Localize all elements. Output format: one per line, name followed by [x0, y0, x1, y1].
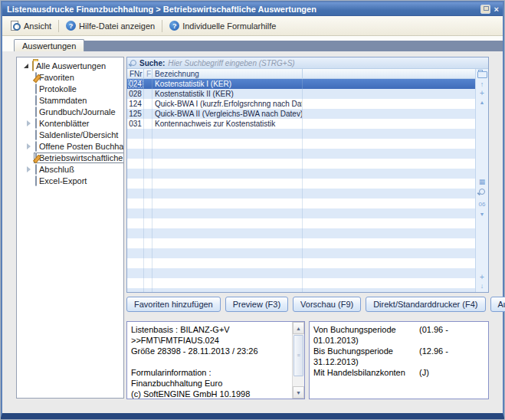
- zoom-level-icon[interactable]: 06: [476, 201, 488, 208]
- tree-item[interactable]: Abschluß: [17, 163, 123, 175]
- table-row-empty[interactable]: [127, 199, 475, 208]
- action-button[interactable]: Preview (F3): [225, 297, 288, 312]
- tree-item[interactable]: Favoriten: [17, 71, 123, 83]
- page-icon: [35, 96, 37, 105]
- table-row-empty[interactable]: [127, 129, 475, 139]
- table-row-empty[interactable]: [127, 179, 475, 189]
- content-area: Alle Auswertungen Favoriten Protokolle S…: [5, 52, 500, 406]
- table-row-empty[interactable]: [127, 248, 475, 258]
- cell-fnr: 125: [127, 109, 144, 119]
- folder-icon: [32, 61, 34, 71]
- table-row-empty[interactable]: [127, 159, 475, 169]
- tab-auswertungen[interactable]: Auswertungen: [14, 39, 84, 51]
- cell-bezeichnung: Kostenstatistik I (KER): [152, 79, 303, 89]
- table-row[interactable]: 031 Kontennachweis zur Kostenstatistik: [127, 119, 475, 129]
- table-row-empty[interactable]: [127, 169, 475, 179]
- tree-root-alle-auswertungen[interactable]: Alle Auswertungen: [17, 60, 123, 71]
- tree-expander-icon[interactable]: [24, 120, 34, 126]
- scroll-up-icon[interactable]: ▲: [476, 99, 488, 107]
- scrollbar-down-icon[interactable]: ▼: [293, 386, 304, 399]
- grid-view-icon[interactable]: ▦: [476, 178, 488, 185]
- window-title: Listenausdrucke Finanzbuchhaltung > Betr…: [7, 5, 477, 14]
- column-header-fnr[interactable]: FNr: [127, 69, 144, 78]
- cell-empty: [303, 79, 475, 89]
- results-table: FNr F Bezeichnung 024 Kostenstatistik I …: [127, 69, 475, 292]
- cell-f: [144, 79, 152, 89]
- toolbar-button-formularhilfe[interactable]: ? Individuelle Formularhilfe: [165, 19, 280, 32]
- action-button[interactable]: Direkt/Standarddrucker (F4): [366, 297, 485, 312]
- tree-item-label: Favoriten: [39, 73, 74, 82]
- action-button[interactable]: Auswertung drucken: [490, 297, 505, 312]
- parameter-value: (J): [419, 368, 429, 377]
- table-row-empty[interactable]: [127, 189, 475, 199]
- result-list-panel: Suche: Hier Suchbegriff eingeben (STRG+S…: [126, 57, 489, 293]
- scroll-to-bottom-icon[interactable]: ↓: [476, 282, 488, 290]
- tab-strip: Auswertungen: [2, 36, 503, 51]
- info-line: Finanzbuchhaltung Euro: [131, 378, 290, 389]
- table-row-empty[interactable]: [127, 208, 475, 218]
- tree-item[interactable]: Stammdaten: [17, 94, 123, 106]
- column-chooser-folder-icon[interactable]: [477, 71, 487, 78]
- table-row[interactable]: 125 Quick-BWA II (Vergleichs-BWA nach Da…: [127, 109, 475, 119]
- tree-item[interactable]: Excel-Export: [17, 175, 123, 186]
- tree-item[interactable]: Grundbuch/Journale: [17, 106, 123, 117]
- close-window-icon[interactable]: ×: [494, 5, 499, 13]
- tree-expander-open-icon[interactable]: [21, 64, 31, 68]
- tree-expander-icon[interactable]: [24, 143, 34, 149]
- tree-item[interactable]: Offene Posten Buchhaltung: [17, 140, 123, 152]
- tree-item[interactable]: Kontenblätter: [17, 117, 123, 129]
- action-button[interactable]: Vorschau (F9): [293, 297, 361, 312]
- toolbar-button-hilfe-datei[interactable]: ? Hilfe-Datei anzeigen: [61, 19, 159, 32]
- table-row[interactable]: 124 Quick-BWA I (kurzfr.Erfolgsrchnng na…: [127, 99, 475, 109]
- restore-window-icon[interactable]: [480, 5, 490, 14]
- toolbar-button-ansicht[interactable]: Ansicht: [5, 19, 56, 33]
- tree-item[interactable]: Protokolle: [17, 83, 123, 94]
- table-row-empty[interactable]: [127, 238, 475, 248]
- table-row-empty[interactable]: [127, 139, 475, 149]
- table-row-empty[interactable]: [127, 228, 475, 238]
- column-header-f[interactable]: F: [144, 69, 152, 78]
- info-scrollbar[interactable]: ▲ ▼: [292, 322, 304, 399]
- search-input[interactable]: Hier Suchbegriff eingeben (STRG+S): [168, 59, 294, 67]
- cell-empty: [303, 89, 475, 99]
- scrollbar-thumb[interactable]: [293, 335, 303, 376]
- table-row-empty[interactable]: [127, 149, 475, 159]
- table-row-empty[interactable]: [127, 268, 475, 278]
- preview-icon: [10, 21, 21, 31]
- parameter-row: Bis Buchungsperiode(12.96 - 31.12.2013): [313, 346, 485, 367]
- search-icon: [130, 60, 136, 66]
- toolbar-separator: [162, 20, 162, 32]
- tree-expander-icon[interactable]: [24, 166, 34, 172]
- scroll-to-top-icon[interactable]: ↑: [476, 80, 488, 88]
- tab-strip-band: [84, 41, 503, 51]
- table-row-empty[interactable]: [127, 288, 475, 292]
- parameter-row: Mit Handelsbilanzkonten(J): [313, 367, 485, 378]
- scroll-down-plus-icon[interactable]: +: [476, 274, 488, 281]
- list-info-text: Listenbasis : BILANZ-G+V >>FMT\FMTFIAUS.…: [127, 322, 292, 399]
- page-icon: [35, 142, 37, 151]
- column-header-bezeichnung[interactable]: Bezeichnung: [152, 69, 303, 78]
- scroll-up-plus-icon[interactable]: +: [476, 90, 488, 97]
- table-row-empty[interactable]: [127, 278, 475, 288]
- column-header-empty: [303, 69, 475, 78]
- tree-item-label: Abschluß: [39, 165, 74, 174]
- cell-fnr: 024: [127, 79, 144, 89]
- list-side-toolbar: ↑ + ▲ ▦ 06 ▼ + ↓: [475, 69, 488, 292]
- action-button[interactable]: Favoriten hinzufügen: [126, 297, 221, 312]
- filter-icon[interactable]: ▼: [476, 211, 488, 218]
- tree-item[interactable]: Betriebswirtschaftliche Auswertungen: [17, 152, 123, 163]
- app-window: Listenausdrucke Finanzbuchhaltung > Betr…: [0, 0, 505, 420]
- tree-item[interactable]: Saldenliste/Übersicht: [17, 129, 123, 140]
- table-row[interactable]: 028 Kostenstatistik II (KER): [127, 89, 475, 99]
- page-icon: [35, 176, 37, 185]
- magnifier-icon[interactable]: [476, 189, 488, 196]
- parameter-row: Von Buchungsperiode(01.96 - 01.01.2013): [313, 324, 485, 346]
- scrollbar-track[interactable]: [293, 377, 304, 386]
- scrollbar-up-icon[interactable]: ▲: [293, 322, 304, 334]
- table-row[interactable]: 024 Kostenstatistik I (KER): [127, 79, 475, 89]
- table-row-empty[interactable]: [127, 218, 475, 228]
- table-row-empty[interactable]: [127, 258, 475, 268]
- tree-item-label: Stammdaten: [39, 96, 87, 105]
- cell-empty: [303, 109, 475, 119]
- search-bar[interactable]: Suche: Hier Suchbegriff eingeben (STRG+S…: [127, 57, 488, 69]
